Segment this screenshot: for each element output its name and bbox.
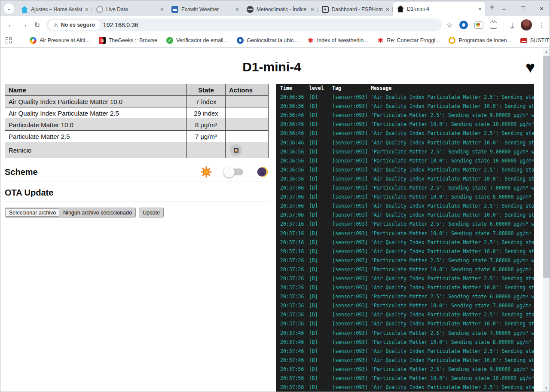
browser-tab[interactable]: Ajustes – Home Assist × [17, 3, 92, 16]
extension-icon-blue[interactable] [459, 21, 468, 29]
bookmark-star-icon[interactable]: ☆ [446, 21, 452, 30]
bookmark-item[interactable]: SUSTITUCIÓN MOT... [520, 37, 550, 43]
light-scheme-sun-icon[interactable] [201, 166, 212, 178]
tab-close-icon[interactable]: × [386, 6, 389, 12]
log-tag: [sensor:093] [332, 165, 371, 175]
log-message: 'Particulate Matter 2.5': Sending state … [371, 256, 534, 265]
update-button[interactable]: Update [139, 208, 164, 217]
log-tag: [sensor:093] [332, 238, 371, 247]
log-row: 20:36:56 [D] [sensor:093] 'Particulate M… [276, 147, 534, 156]
log-time: 20:36:56 [280, 175, 309, 184]
minimize-button[interactable]: – [495, 0, 513, 16]
tab-close-icon[interactable]: × [160, 6, 164, 12]
log-tag: [sensor:093] [332, 347, 371, 356]
sensor-name: Air Quality Index Particulate Matter 10.… [5, 96, 187, 107]
table-row: Particulate Matter 10.0 8 µg/m³ [5, 119, 269, 131]
log-row: 20:36:56 [D] [sensor:093] 'Particulate M… [276, 156, 534, 165]
log-tag: [sensor:093] [332, 247, 371, 256]
log-tag: [sensor:093] [332, 111, 371, 120]
log-tag: [sensor:093] [332, 202, 371, 211]
tab-list: Ajustes – Home Assist × Live Data × Ecow… [17, 2, 485, 16]
log-message: 'Particulate Matter 2.5': Sending state … [371, 147, 534, 156]
bookmark-item[interactable]: Re: Conectar Froggi... [377, 37, 440, 44]
extension-icon-colorful[interactable] [474, 21, 483, 29]
log-message: 'Air Quality Index Particulate Matter 2.… [371, 310, 534, 319]
tab-close-icon[interactable]: × [235, 6, 239, 12]
scrollbar-up-arrow[interactable]: ▲ [543, 49, 550, 55]
browser-tab[interactable]: Dashboard - ESPHom × [318, 3, 393, 16]
apps-grid-icon[interactable] [6, 37, 12, 43]
col-header-state: State [187, 84, 226, 96]
restart-button[interactable] [230, 144, 242, 156]
log-console[interactable]: Time level Tag Message 20:36:36 [D] [sen… [276, 84, 534, 392]
file-input[interactable]: Seleccionar archivo Ningún archivo selec… [5, 208, 136, 217]
log-time: 20:37:46 [280, 347, 309, 356]
back-button[interactable]: ← [5, 21, 18, 29]
bookmark-item[interactable]: Verificador de email... [166, 37, 228, 44]
tab-close-icon[interactable]: × [85, 6, 89, 12]
new-tab-button[interactable]: + [489, 3, 495, 12]
bookmark-label: SUSTITUCIÓN MOT... [530, 37, 550, 43]
bookmark-item[interactable]: Index of /weatherlin... [307, 37, 368, 44]
scrollbar-down-arrow[interactable]: ▼ [543, 385, 550, 392]
log-level: [D] [309, 184, 332, 193]
bookmark-favicon [99, 37, 106, 44]
browser-tab[interactable]: Live Data × [92, 3, 167, 16]
log-row: 20:37:36 [D] [sensor:093] 'Particulate M… [276, 292, 534, 301]
forward-button[interactable]: → [18, 21, 31, 29]
browser-tab[interactable]: Meteoclimatic - Índice × [242, 3, 318, 16]
security-chip[interactable]: ⚠ No es seguro [49, 20, 100, 30]
log-message: 'Air Quality Index Particulate Matter 2.… [371, 347, 534, 356]
log-tag: [sensor:093] [332, 120, 371, 129]
browser-menu-icon[interactable]: ⋮ [538, 21, 545, 29]
sensor-name: Particulate Matter 10.0 [5, 119, 187, 131]
log-level: [D] [309, 356, 332, 365]
downloads-icon[interactable]: ↓ [510, 21, 515, 28]
log-row: 20:37:56 [D] [sensor:093] 'Particulate M… [276, 374, 534, 383]
log-message: 'Particulate Matter 10.0': Sending state… [371, 338, 534, 347]
log-level: [D] [309, 310, 332, 319]
browser-tab[interactable]: Ecowitt Weather × [167, 3, 242, 16]
reload-button[interactable]: ↻ [31, 21, 43, 30]
table-row: Particulate Matter 2.5 7 µg/m³ [5, 131, 269, 142]
web-page: D1-mini-4 ♥ Name State Actions Air Quali… [0, 49, 543, 392]
log-tag: [sensor:093] [332, 184, 371, 193]
log-message: 'Air Quality Index Particulate Matter 2.… [371, 238, 534, 247]
browser-tab[interactable]: D1-mini-4 × [393, 2, 485, 16]
close-window-button[interactable]: × [532, 0, 550, 16]
log-row: 20:37:46 [D] [sensor:093] 'Air Quality I… [276, 347, 534, 356]
log-message: 'Particulate Matter 2.5': Sending state … [371, 184, 534, 193]
log-time: 20:37:36 [280, 319, 309, 328]
choose-file-button[interactable]: Seleccionar archivo [6, 208, 59, 217]
scheme-toggle-knob[interactable] [223, 166, 235, 178]
bookmark-item[interactable]: Programas de incen... [449, 37, 511, 44]
tab-search-button[interactable]: ⌄ [4, 3, 14, 14]
tab-title: Live Data [106, 6, 157, 12]
log-time: 20:37:16 [280, 229, 309, 238]
profile-avatar[interactable] [521, 19, 532, 31]
bookmarks-bar: Air Pressure at Altit... TheGeeks :: Bro… [0, 34, 550, 48]
log-message: 'Particulate Matter 2.5': Sending state … [371, 111, 534, 120]
tab-close-icon[interactable]: × [311, 6, 314, 12]
scrollbar-thumb[interactable] [543, 56, 550, 278]
log-tag: [sensor:093] [332, 147, 371, 156]
dark-scheme-moon-icon[interactable] [257, 166, 269, 178]
extensions-puzzle-icon[interactable] [490, 21, 497, 29]
log-message: 'Air Quality Index Particulate Matter 10… [371, 175, 534, 184]
tab-title: Dashboard - ESPHom [332, 6, 383, 12]
scheme-toggle[interactable] [226, 168, 243, 175]
page-scrollbar[interactable]: ▲ ▼ [543, 49, 550, 392]
bookmark-favicon [30, 37, 37, 44]
tab-close-icon[interactable]: × [478, 6, 482, 12]
bookmark-list: Air Pressure at Altit... TheGeeks :: Bro… [30, 37, 550, 44]
bookmark-item[interactable]: Air Pressure at Altit... [30, 37, 90, 44]
page-title: D1-mini-4 [0, 60, 543, 74]
maximize-button[interactable] [513, 0, 532, 16]
address-bar[interactable]: ⚠ No es seguro 192.168.0.36 [46, 18, 442, 31]
bookmark-item[interactable]: TheGeeks :: Browse [99, 37, 157, 44]
log-time: 20:36:46 [280, 129, 309, 138]
log-tag: [sensor:093] [332, 265, 371, 274]
bookmark-item[interactable]: Geolocalizar la ubic... [237, 37, 298, 44]
log-tag: [sensor:093] [332, 356, 371, 365]
log-time: 20:37:06 [280, 211, 309, 220]
